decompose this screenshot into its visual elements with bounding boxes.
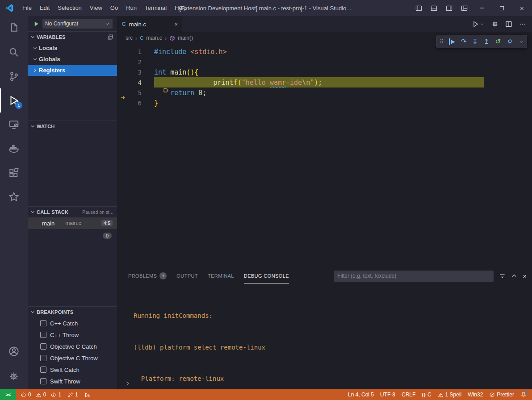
breadcrumb-src[interactable]: src (126, 35, 133, 41)
breakpoint-row[interactable]: C++ Throw (28, 329, 117, 341)
vscode-logo-icon (5, 4, 14, 12)
line-number[interactable]: 1 (117, 48, 142, 55)
breakpoint-row[interactable]: Objective C Throw (28, 352, 117, 364)
watch-header[interactable]: WATCH (28, 121, 117, 132)
menu-run[interactable]: Run (122, 0, 141, 16)
close-button[interactable]: × (512, 0, 532, 16)
extensions-icon[interactable] (0, 161, 28, 185)
eol-indicator[interactable]: CRLF (402, 392, 415, 398)
encoding[interactable]: UTF-8 (380, 392, 395, 398)
customize-layout-icon[interactable] (457, 0, 472, 16)
code-token: <stdio.h> (190, 48, 226, 56)
cursor-position[interactable]: Ln 4, Col 5 (348, 392, 374, 398)
code-editor[interactable]: 1 #include <stdio.h> 2 3 int main(){ 4 p… (117, 44, 532, 268)
checkbox[interactable] (40, 378, 46, 384)
warnings-icon (36, 392, 42, 398)
star-icon[interactable] (0, 185, 28, 209)
tab-debug-console[interactable]: DEBUG CONSOLE (244, 268, 289, 283)
collapse-all-icon[interactable] (107, 34, 113, 40)
variables-globals-row[interactable]: Globals (28, 54, 117, 65)
debug-sidebar: No Configurat VARIABLES (28, 16, 117, 389)
tab-main-c[interactable]: C main.c × (117, 16, 182, 32)
menu-selection[interactable]: Selection (54, 0, 85, 16)
spell-checker-status[interactable]: 1 Spell (438, 392, 462, 398)
breakpoint-row[interactable]: Swift Throw (28, 375, 117, 387)
close-tab-icon[interactable]: × (174, 21, 178, 28)
line-number[interactable]: 6 (117, 100, 142, 107)
variables-registers-row[interactable]: Registers (28, 65, 117, 76)
split-editor-icon[interactable] (505, 21, 512, 28)
language-mode[interactable]: {} C (422, 392, 431, 398)
breakpoint-row[interactable]: C++ Catch (28, 317, 117, 329)
tab-problems[interactable]: PROBLEMS 1 (128, 268, 167, 283)
chevron-up-icon[interactable] (511, 273, 517, 279)
debug-console-output[interactable]: Running initCommands: (lldb) platform se… (117, 283, 532, 389)
variables-locals-row[interactable]: Locals (28, 42, 117, 54)
search-icon[interactable] (0, 40, 28, 64)
menu-terminal[interactable]: Terminal (141, 0, 171, 16)
line-number[interactable]: 4 (117, 79, 142, 86)
checkbox[interactable] (40, 320, 46, 326)
call-stack-frame-row[interactable]: main main.c 4:5 (28, 217, 117, 229)
breadcrumb-symbol[interactable]: main() (178, 35, 193, 41)
run-or-debug-icon[interactable] (472, 21, 485, 28)
errors-icon (21, 392, 26, 398)
menu-view[interactable]: View (86, 0, 106, 16)
console-filter-input[interactable] (334, 271, 494, 282)
line-number[interactable]: 3 (117, 69, 142, 76)
checkbox[interactable] (40, 367, 46, 373)
explorer-icon[interactable] (0, 16, 28, 40)
step-over-icon[interactable]: ↷ (461, 38, 467, 46)
run-and-debug-icon[interactable]: 1 (0, 88, 28, 112)
maximize-button[interactable] (492, 0, 512, 16)
menu-edit[interactable]: Edit (36, 0, 54, 16)
source-control-icon[interactable] (0, 64, 28, 88)
debug-config-select[interactable]: No Configurat (42, 19, 113, 29)
tab-terminal[interactable]: TERMINAL (208, 268, 234, 283)
checkbox[interactable] (40, 332, 46, 338)
breakpoints-header[interactable]: BREAKPOINTS (28, 307, 117, 317)
accounts-icon[interactable] (0, 339, 28, 363)
formatter-status[interactable]: Prettier (489, 392, 514, 398)
step-out-icon[interactable]: ↥ (484, 38, 490, 46)
close-panel-icon[interactable]: × (523, 272, 527, 280)
breadcrumb-file[interactable]: main.c (146, 35, 162, 41)
line-number[interactable]: 2 (117, 58, 142, 66)
continue-icon[interactable]: ▶ (449, 38, 455, 45)
checkbox[interactable] (40, 355, 46, 361)
menu-file[interactable]: File (18, 0, 36, 16)
start-debug-icon[interactable] (33, 21, 40, 27)
chevron-down-icon[interactable] (519, 39, 524, 44)
breadcrumb-separator: › (135, 35, 137, 42)
notifications-bell-icon[interactable] (520, 392, 527, 398)
line-number[interactable]: 5 (117, 89, 142, 96)
filter-lines-icon[interactable] (499, 273, 506, 279)
remote-explorer-icon[interactable] (0, 112, 28, 137)
step-into-icon[interactable]: ↧ (472, 38, 478, 46)
drag-grip-icon[interactable]: ⠿ (440, 38, 444, 45)
variables-header[interactable]: VARIABLES (28, 32, 117, 42)
toggle-sidebar-icon[interactable] (411, 0, 426, 16)
console-input-chevron-icon[interactable] (125, 380, 131, 387)
tools-status[interactable]: 1 (67, 392, 78, 398)
restart-icon[interactable]: ↺ (495, 38, 501, 46)
debug-status-icon[interactable] (84, 392, 90, 398)
menu-go[interactable]: Go (106, 0, 122, 16)
breakpoint-row[interactable]: Swift Catch (28, 364, 117, 375)
gear-icon[interactable] (491, 21, 498, 28)
toggle-panel-icon[interactable] (426, 0, 441, 16)
settings-gear-icon[interactable] (0, 363, 28, 389)
platform-indicator[interactable]: Win32 (468, 392, 483, 398)
breakpoint-row[interactable]: Objective C Catch (28, 341, 117, 352)
problems-status[interactable]: 0 0 1 (21, 392, 61, 398)
checkbox[interactable] (40, 343, 46, 350)
more-actions-icon[interactable]: ⋯ (519, 20, 526, 28)
remote-indicator[interactable]: >< (0, 389, 16, 400)
toggle-secondary-sidebar-icon[interactable] (441, 0, 457, 16)
disconnect-plug-icon[interactable] (507, 38, 513, 45)
session-badge-row: 0 (28, 229, 117, 242)
tab-output[interactable]: OUTPUT (176, 268, 198, 283)
call-stack-header[interactable]: CALL STACK Paused on st... (28, 207, 117, 217)
docker-icon[interactable] (0, 137, 28, 161)
minimize-button[interactable] (472, 0, 492, 16)
